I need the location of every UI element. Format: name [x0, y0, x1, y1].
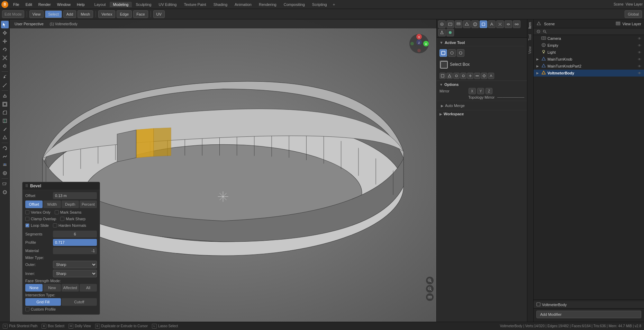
mode-icon-5[interactable]	[467, 73, 473, 79]
menu-help[interactable]: Help	[74, 2, 88, 7]
bevel-btn[interactable]	[1, 109, 9, 116]
vertex-only-checkbox[interactable]	[25, 210, 29, 214]
active-tool-header[interactable]: ▼ Active Tool	[439, 39, 524, 46]
mode-icon-1[interactable]	[439, 73, 446, 79]
scale-tool-btn[interactable]	[1, 54, 9, 62]
menu-edit[interactable]: Edit	[23, 2, 35, 7]
material-props-icon[interactable]	[446, 29, 454, 36]
voltmeter-eye-icon[interactable]: 👁	[638, 71, 641, 75]
move-tool-btn[interactable]	[1, 37, 9, 45]
inner-select[interactable]: Sharp	[53, 270, 97, 277]
mirror-z-btn[interactable]: Z	[486, 88, 492, 94]
camera-view-btn[interactable]	[426, 293, 434, 301]
spin-btn[interactable]	[1, 144, 9, 152]
select-btn[interactable]: Select	[45, 10, 62, 18]
view-btn[interactable]: View	[29, 10, 44, 18]
outliner-mainknobpart2-item[interactable]: ▶ MainTurnKnobPart2 👁	[534, 63, 644, 70]
options-header[interactable]: ▼ Options	[439, 82, 524, 87]
select-circle-icon-btn[interactable]	[448, 49, 456, 57]
edge-btn[interactable]: Edge	[117, 10, 132, 18]
scene-props-icon[interactable]	[463, 20, 471, 28]
select-tool-btn[interactable]	[1, 21, 9, 28]
particles-props-icon[interactable]	[496, 20, 504, 28]
world-props-icon[interactable]	[471, 20, 479, 28]
knife-btn[interactable]	[1, 125, 9, 133]
tab-shading[interactable]: Shading	[210, 2, 231, 7]
edge-slide-btn[interactable]	[1, 161, 9, 169]
bevel-header[interactable]: ⠿ Bevel	[22, 182, 100, 190]
tab-uv-editing[interactable]: UV Editing	[155, 2, 180, 7]
cursor-tool-btn[interactable]	[1, 29, 9, 37]
bevel-tab-width[interactable]: Width	[43, 200, 61, 208]
outliner-empty-item[interactable]: Empty 👁	[534, 42, 644, 49]
global-selector[interactable]: Global	[625, 10, 642, 18]
shrink-btn[interactable]	[1, 169, 9, 177]
shear-btn[interactable]	[1, 180, 9, 188]
render-props-icon[interactable]	[438, 20, 446, 28]
mark-seams-checkbox[interactable]	[55, 210, 59, 214]
mirror-x-btn[interactable]: X	[469, 88, 476, 94]
viewport[interactable]: User Perspective (1) VoltmeterBody Y X Z	[10, 19, 436, 322]
menu-window[interactable]: Window	[54, 2, 73, 7]
constraints-props-icon[interactable]	[513, 20, 520, 28]
rvt-item-tab[interactable]: Item	[527, 19, 533, 32]
face-btn[interactable]: Face	[133, 10, 148, 18]
mode-icon-3[interactable]	[453, 73, 460, 79]
material-field[interactable]: -1	[53, 247, 97, 254]
outliner-light-item[interactable]: Light 👁	[534, 49, 644, 56]
mainknob-eye-icon[interactable]: 👁	[638, 57, 641, 61]
loop-slide-checkbox[interactable]: ✓	[25, 223, 29, 228]
outliner-voltmeter-item[interactable]: ▶ VoltmeterBody 👁	[534, 70, 644, 77]
tab-layout[interactable]: Layout	[91, 2, 109, 7]
tab-rendering[interactable]: Rendering	[255, 2, 280, 7]
mode-icon-7[interactable]	[481, 73, 487, 79]
vertex-btn[interactable]: Vertex	[98, 10, 115, 18]
smooth-btn[interactable]	[1, 153, 9, 160]
tab-texture-paint[interactable]: Texture Paint	[180, 2, 209, 7]
tab-sculpting[interactable]: Sculpting	[132, 2, 155, 7]
inset-btn[interactable]	[1, 100, 9, 108]
segments-field[interactable]: 6	[53, 231, 97, 238]
view-layer-props-icon[interactable]	[455, 20, 462, 28]
empty-eye-icon[interactable]: 👁	[638, 44, 641, 47]
add-workspace-btn[interactable]: +	[331, 2, 337, 7]
strength-none-btn[interactable]: None	[25, 284, 43, 292]
add-btn[interactable]: Add	[63, 10, 76, 18]
harden-normals-checkbox[interactable]	[53, 223, 57, 228]
select-lasso-icon-btn[interactable]	[457, 49, 464, 57]
intersection-cutoff-btn[interactable]: Cutoff	[62, 298, 97, 306]
workspace-header[interactable]: ▶ Workspace	[439, 112, 524, 116]
loopcut-btn[interactable]	[1, 117, 9, 125]
output-props-icon[interactable]	[446, 20, 454, 28]
zoom-out-btn[interactable]	[426, 285, 434, 293]
uv-btn[interactable]: UV	[153, 10, 165, 18]
mode-icon-4[interactable]	[460, 73, 466, 79]
mesh-btn[interactable]: Mesh	[78, 10, 93, 18]
measure-btn[interactable]	[1, 81, 9, 89]
modifier-props-icon[interactable]	[488, 20, 496, 28]
menu-render[interactable]: Render	[36, 2, 54, 7]
custom-profile-checkbox[interactable]	[25, 307, 29, 311]
mirror-y-btn[interactable]: Y	[477, 88, 484, 94]
mode-icon-6[interactable]	[474, 73, 480, 79]
camera-eye-icon[interactable]: 👁	[638, 37, 641, 41]
bevel-tab-depth[interactable]: Depth	[62, 200, 79, 208]
data-props-icon[interactable]	[438, 29, 446, 36]
profile-slider[interactable]: 0.717	[53, 239, 97, 246]
intersection-gridfill-btn[interactable]: Grid Fill	[25, 298, 61, 306]
physics-props-icon[interactable]	[505, 20, 512, 28]
polypen-btn[interactable]	[1, 134, 9, 141]
outliner-mainknob-item[interactable]: ▶ MainTurnKnob 👁	[534, 56, 644, 63]
menu-file[interactable]: File	[10, 2, 22, 7]
select-box-icon-btn[interactable]	[439, 49, 447, 57]
bevel-tab-percent[interactable]: Percent	[80, 200, 97, 208]
mode-icon-2[interactable]	[446, 73, 453, 79]
outliner-camera-item[interactable]: Camera 👁	[534, 35, 644, 42]
annotate-btn[interactable]	[1, 73, 9, 81]
extrude-btn[interactable]	[1, 92, 9, 100]
outer-select[interactable]: Sharp	[53, 261, 97, 268]
mode-icon-8[interactable]	[488, 73, 494, 79]
clamp-overlap-checkbox[interactable]	[25, 217, 29, 221]
light-eye-icon[interactable]: 👁	[638, 51, 641, 54]
zoom-in-btn[interactable]	[426, 277, 434, 284]
